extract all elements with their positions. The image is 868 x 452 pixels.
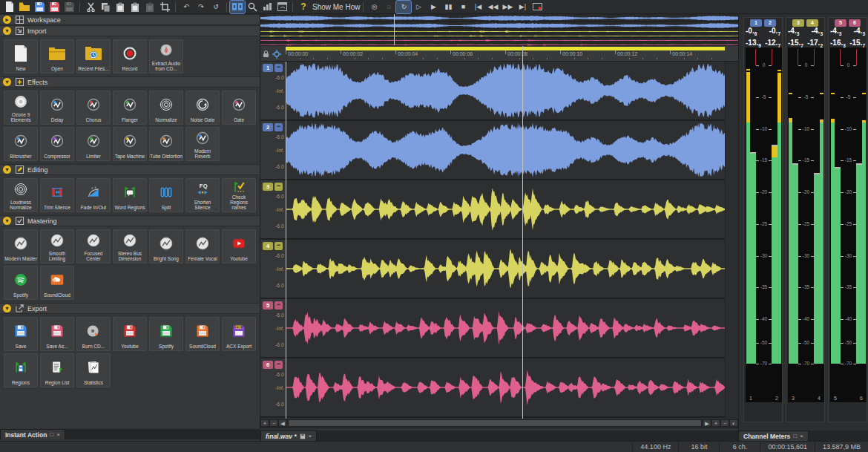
lock-icon[interactable] bbox=[263, 50, 269, 58]
check-regions-names-tile[interactable]: Check Regions names bbox=[222, 178, 256, 212]
channel-badge[interactable]: 5 bbox=[835, 19, 846, 27]
track-ch1[interactable]: 1−-6.0-Inf.-6.0 bbox=[260, 62, 725, 121]
waveform-ch6[interactable] bbox=[286, 358, 725, 416]
waveform-ch2[interactable] bbox=[286, 121, 725, 179]
youtube-tile[interactable]: Youtube bbox=[113, 317, 147, 351]
redo-button[interactable]: ↷ bbox=[194, 1, 208, 13]
playhead-cursor[interactable] bbox=[522, 46, 523, 419]
undock-icon[interactable]: □ bbox=[50, 431, 53, 438]
waveform-ch3[interactable] bbox=[286, 180, 725, 238]
spotify-tile[interactable]: Spotify bbox=[4, 266, 38, 300]
bright-song-tile[interactable]: Bright Song bbox=[149, 229, 183, 263]
time-ruler[interactable]: 00:00:0000:00:0200:00:0400:00:0600:00:08… bbox=[260, 46, 738, 62]
play-all-button[interactable]: ▷ bbox=[411, 1, 426, 13]
spotify-tile[interactable]: Spotify bbox=[149, 317, 183, 351]
youtube-tile[interactable]: Youtube bbox=[222, 229, 256, 263]
noise-gate-tile[interactable]: Noise Gate bbox=[185, 91, 220, 125]
repeat-button[interactable]: ↺ bbox=[208, 1, 223, 13]
waveform-ch4[interactable] bbox=[286, 240, 725, 298]
chevron-right-icon[interactable]: ▸ bbox=[3, 16, 11, 24]
snap-crosshair-icon[interactable] bbox=[272, 50, 281, 59]
show-me-how-button[interactable]: ? bbox=[296, 1, 311, 13]
burn-cd-tile[interactable]: Burn CD... bbox=[76, 317, 111, 351]
fade-in-out-tile[interactable]: Fade In/Out bbox=[76, 178, 111, 212]
bitcrusher-tile[interactable]: Bitcrusher bbox=[4, 127, 38, 161]
paste-button[interactable] bbox=[113, 1, 128, 13]
flanger-tile[interactable]: Flanger bbox=[113, 91, 147, 125]
channel-badge[interactable]: 3 bbox=[792, 19, 804, 27]
zoom-fit-button[interactable]: ◐ bbox=[729, 419, 738, 427]
instant-action-tab[interactable]: Instant Action □ × bbox=[0, 429, 65, 439]
section-header-workspace[interactable]: ▸Workspace bbox=[0, 14, 260, 25]
collapse-track-button[interactable]: − bbox=[274, 123, 283, 131]
section-header-import[interactable]: ▾Import bbox=[0, 25, 260, 36]
collapse-track-button[interactable]: − bbox=[274, 361, 283, 369]
zoom-tool-button[interactable] bbox=[245, 1, 260, 13]
chevron-down-icon[interactable]: ▾ bbox=[3, 166, 11, 174]
file-tab[interactable]: final.wav * × bbox=[260, 430, 317, 441]
acx-export-tile[interactable]: ACXACX Export bbox=[222, 317, 256, 351]
regions-tile[interactable]: Regions bbox=[4, 353, 38, 387]
undock-icon[interactable]: □ bbox=[793, 433, 797, 439]
collapse-track-button[interactable]: − bbox=[274, 242, 283, 250]
pause-button[interactable]: ▮▮ bbox=[441, 1, 456, 13]
copy-button[interactable] bbox=[98, 1, 113, 13]
channel-badge[interactable]: 2 bbox=[263, 123, 273, 131]
soundcloud-tile[interactable]: SoundCloud bbox=[185, 317, 220, 351]
section-header-export[interactable]: ▾Export bbox=[0, 303, 260, 314]
soundcloud-tile[interactable]: SoundCloud bbox=[40, 266, 74, 300]
window-layout-button[interactable] bbox=[274, 1, 289, 13]
trim-silence-tile[interactable]: Trim Silence bbox=[40, 178, 74, 212]
section-header-editing[interactable]: ▾Editing bbox=[0, 164, 260, 175]
open-button[interactable] bbox=[17, 1, 32, 13]
track-ch3[interactable]: 3−-6.0-Inf.-6.0 bbox=[260, 180, 725, 240]
section-header-effects[interactable]: ▾Effects bbox=[0, 76, 260, 88]
track-ch6[interactable]: 6−-6.0-Inf.-6.0 bbox=[260, 358, 725, 418]
chevron-down-icon[interactable]: ▾ bbox=[3, 27, 11, 35]
zoom-in-button[interactable]: + bbox=[711, 419, 720, 427]
channel-badge[interactable]: 1 bbox=[750, 19, 762, 27]
loop-playback-button[interactable]: ↻ bbox=[396, 1, 411, 13]
gate-tile[interactable]: Gate bbox=[222, 91, 256, 125]
close-icon[interactable]: × bbox=[56, 431, 60, 438]
chevron-down-icon[interactable]: ▾ bbox=[3, 78, 11, 86]
channel-badge[interactable]: 5 bbox=[263, 301, 273, 309]
crop-button[interactable] bbox=[157, 1, 172, 13]
play-button[interactable]: ▶ bbox=[426, 1, 441, 13]
channel-meters-tab[interactable]: Channel Meters □ × bbox=[738, 430, 809, 441]
waveform-ch5[interactable] bbox=[286, 299, 725, 357]
track-ch2[interactable]: 2−-6.0-Inf.-6.0 bbox=[260, 121, 725, 180]
focused-center-tile[interactable]: Focused Center bbox=[76, 229, 111, 263]
zoom-out-time-button[interactable]: − bbox=[269, 419, 278, 427]
save-tile[interactable]: Save bbox=[4, 317, 38, 351]
channel-converter-button[interactable] bbox=[230, 1, 245, 13]
limiter-tile[interactable]: Limiter bbox=[76, 127, 111, 161]
modern-master-tile[interactable]: Modern Master bbox=[4, 229, 38, 263]
channel-badge[interactable]: 4 bbox=[806, 19, 818, 27]
normalize-tile[interactable]: Normalize bbox=[149, 91, 183, 125]
word-regions-tile[interactable]: Word Regions bbox=[113, 178, 147, 212]
chorus-tile[interactable]: Chorus bbox=[76, 91, 111, 125]
recent-files-tile[interactable]: Recent Files... bbox=[76, 39, 111, 73]
stereo-bus-dimension-tile[interactable]: Stereo Bus Dimension bbox=[113, 229, 147, 263]
statistics-tile[interactable]: Statistics bbox=[76, 353, 111, 387]
stop-button[interactable]: ■ bbox=[456, 1, 470, 13]
channel-badge[interactable]: 1 bbox=[263, 64, 273, 72]
undo-button[interactable]: ↶ bbox=[179, 1, 194, 13]
rewind-button[interactable]: ◀◀ bbox=[485, 1, 500, 13]
extract-audio-from-cd-tile[interactable]: Extract Audio from CD... bbox=[149, 39, 183, 73]
zoom-in-time-button[interactable]: + bbox=[260, 419, 269, 427]
new-tile[interactable]: New bbox=[4, 39, 38, 73]
close-icon[interactable]: × bbox=[309, 433, 312, 439]
loudness-normalize-tile[interactable]: Loudness Normalize bbox=[4, 178, 38, 212]
collapse-track-button[interactable]: − bbox=[274, 183, 283, 191]
new-button[interactable] bbox=[2, 1, 17, 13]
go-to-end-button[interactable]: ▶| bbox=[515, 1, 530, 13]
smooth-limiting-tile[interactable]: Smooth Limiting bbox=[40, 229, 74, 263]
channel-badge[interactable]: 6 bbox=[849, 19, 861, 27]
region-list-tile[interactable]: Region List bbox=[40, 353, 74, 387]
cut-button[interactable] bbox=[83, 1, 98, 13]
scrollbar-thumb[interactable] bbox=[288, 419, 702, 427]
section-header-mastering[interactable]: ▾Mastering bbox=[0, 215, 260, 226]
close-icon[interactable]: × bbox=[800, 433, 803, 439]
